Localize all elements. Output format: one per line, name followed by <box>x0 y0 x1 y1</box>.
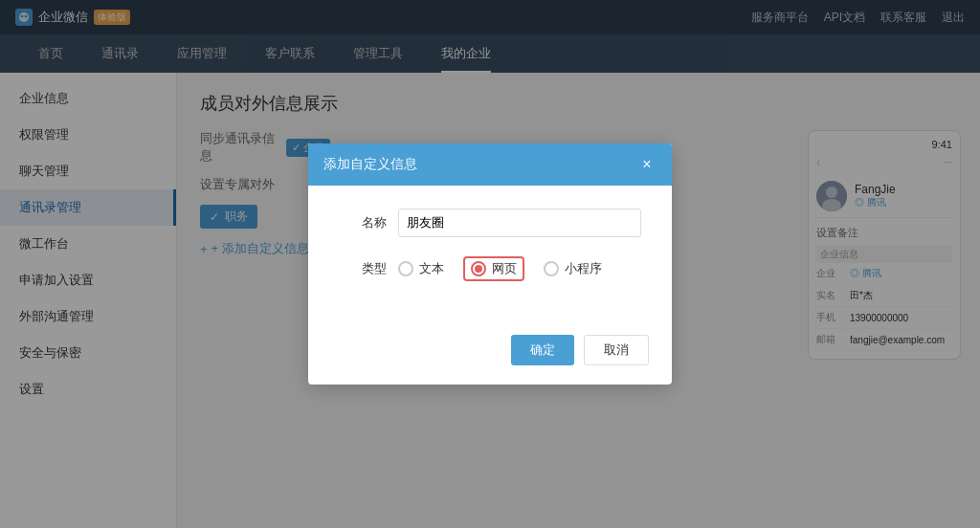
radio-option-web[interactable]: 网页 <box>463 256 524 281</box>
radio-miniapp-circle <box>544 261 559 276</box>
type-label: 类型 <box>339 260 387 277</box>
name-label: 名称 <box>339 214 387 231</box>
radio-web-circle <box>471 261 486 276</box>
dialog: 添加自定义信息 × 名称 类型 文本 <box>308 143 672 385</box>
dialog-header: 添加自定义信息 × <box>308 143 672 186</box>
name-form-row: 名称 <box>339 209 641 237</box>
type-form-row: 类型 文本 网页 小程序 <box>339 256 641 281</box>
dialog-footer: 确定 取消 <box>308 323 672 385</box>
cancel-button[interactable]: 取消 <box>584 335 649 365</box>
radio-option-miniapp[interactable]: 小程序 <box>544 260 602 277</box>
radio-web-label: 网页 <box>492 260 517 277</box>
dialog-close-button[interactable]: × <box>637 155 657 174</box>
name-input[interactable] <box>398 209 641 237</box>
dialog-title: 添加自定义信息 <box>323 156 417 173</box>
radio-miniapp-label: 小程序 <box>565 260 602 277</box>
radio-option-text[interactable]: 文本 <box>398 260 444 277</box>
type-radio-group: 文本 网页 小程序 <box>398 256 602 281</box>
overlay[interactable]: 添加自定义信息 × 名称 类型 文本 <box>0 0 980 528</box>
radio-text-circle <box>398 261 413 276</box>
dialog-body: 名称 类型 文本 网页 <box>308 186 672 323</box>
radio-text-label: 文本 <box>419 260 444 277</box>
confirm-button[interactable]: 确定 <box>511 335 574 365</box>
